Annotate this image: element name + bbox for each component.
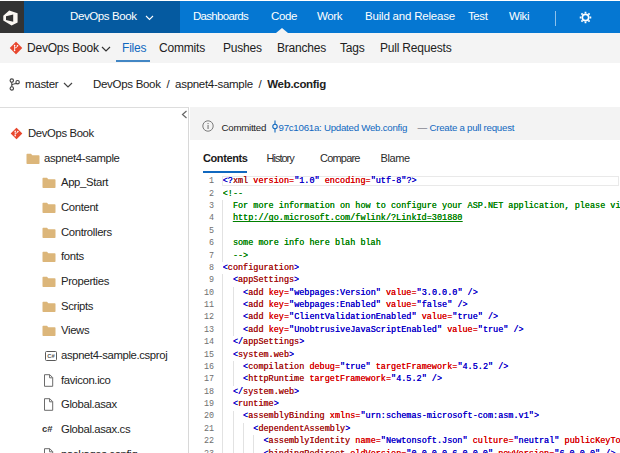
svg-text:C#: C# [47,354,55,360]
